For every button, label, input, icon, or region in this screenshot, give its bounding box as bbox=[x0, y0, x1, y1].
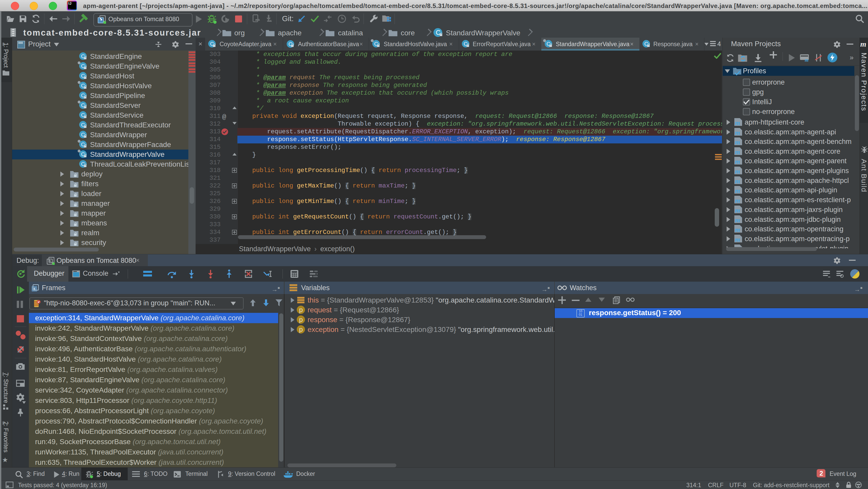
svg-text:m: m bbox=[805, 57, 808, 62]
